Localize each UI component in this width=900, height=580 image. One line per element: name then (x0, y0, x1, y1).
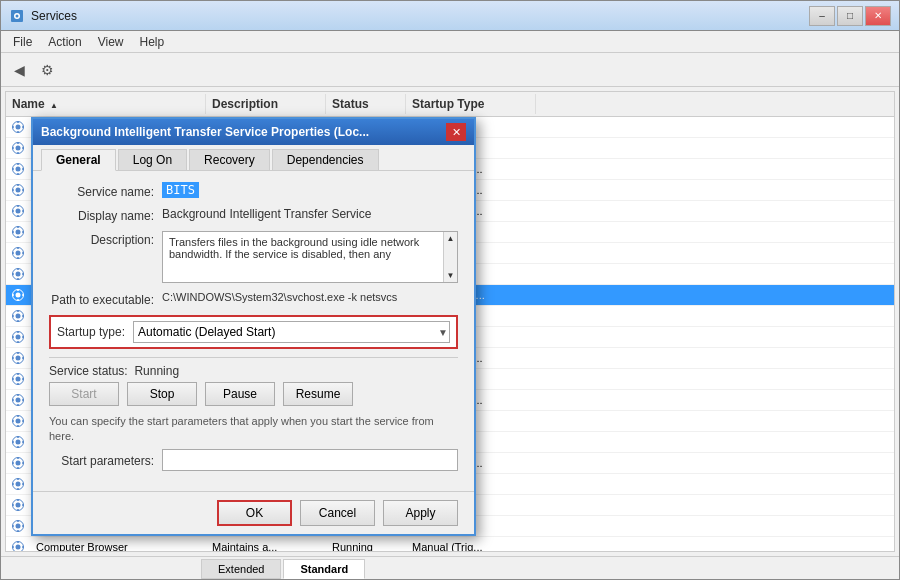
svg-rect-55 (12, 294, 14, 296)
path-row: Path to executable: C:\WINDOWS\System32\… (49, 291, 458, 307)
cancel-button[interactable]: Cancel (300, 500, 375, 526)
start-params-description: You can specify the start parameters tha… (49, 414, 458, 445)
svg-rect-20 (22, 168, 24, 170)
svg-rect-121 (12, 525, 14, 527)
back-button[interactable]: ◀ (5, 57, 33, 83)
menu-view[interactable]: View (90, 33, 132, 51)
svg-point-28 (16, 209, 21, 214)
header-status[interactable]: Status (326, 94, 406, 114)
tab-logon[interactable]: Log On (118, 149, 187, 170)
pause-button[interactable]: Pause (205, 382, 275, 406)
start-params-row: Start parameters: (49, 449, 458, 471)
svg-rect-125 (17, 541, 19, 543)
svg-rect-98 (22, 441, 24, 443)
status-section: Service status: Running Start Stop Pause… (49, 364, 458, 406)
svg-point-16 (16, 167, 21, 172)
maximize-button[interactable]: □ (837, 6, 863, 26)
svg-rect-77 (17, 373, 19, 375)
gear-button[interactable]: ⚙ (33, 57, 61, 83)
svg-rect-92 (22, 420, 24, 422)
svg-point-22 (16, 188, 21, 193)
svg-rect-30 (17, 215, 19, 217)
description-value: Transfers files in the background using … (169, 236, 419, 260)
stop-button[interactable]: Stop (127, 382, 197, 406)
svg-rect-43 (12, 252, 14, 254)
minimize-button[interactable]: – (809, 6, 835, 26)
properties-dialog: Background Intelligent Transfer Service … (31, 117, 476, 536)
service-icon (10, 287, 26, 303)
svg-rect-60 (17, 320, 19, 322)
svg-rect-73 (12, 357, 14, 359)
close-button[interactable]: ✕ (865, 6, 891, 26)
svg-point-88 (16, 419, 21, 424)
header-startup[interactable]: Startup Type (406, 94, 536, 114)
resume-button[interactable]: Resume (283, 382, 353, 406)
tab-extended[interactable]: Extended (201, 559, 281, 579)
dialog-close-button[interactable]: ✕ (446, 123, 466, 141)
svg-rect-24 (17, 194, 19, 196)
menu-action[interactable]: Action (40, 33, 89, 51)
svg-rect-79 (12, 378, 14, 380)
apply-button[interactable]: Apply (383, 500, 458, 526)
service-row[interactable]: Computer BrowserMaintains a...RunningMan… (6, 537, 894, 551)
menu-file[interactable]: File (5, 33, 40, 51)
header-description[interactable]: Description (206, 94, 326, 114)
service-name-text: Computer Browser (30, 539, 202, 551)
svg-point-118 (16, 524, 21, 529)
service-icon (10, 455, 26, 471)
service-icon (10, 539, 26, 551)
svg-rect-61 (12, 315, 14, 317)
service-icon (10, 434, 26, 450)
svg-rect-13 (12, 147, 14, 149)
service-icon (10, 119, 26, 135)
tab-general[interactable]: General (41, 149, 116, 171)
svg-point-2 (16, 14, 19, 17)
status-value: Running (134, 364, 179, 378)
svg-rect-90 (17, 425, 19, 427)
svg-point-34 (16, 230, 21, 235)
svg-point-100 (16, 461, 21, 466)
svg-point-4 (16, 125, 21, 130)
start-button[interactable]: Start (49, 382, 119, 406)
svg-rect-26 (22, 189, 24, 191)
startup-type-select[interactable]: Automatic (Delayed Start)AutomaticManual… (133, 321, 450, 343)
tab-standard[interactable]: Standard (283, 559, 365, 579)
svg-rect-71 (17, 352, 19, 354)
status-label: Service status: Running (49, 364, 458, 378)
svg-rect-119 (17, 520, 19, 522)
svg-rect-29 (17, 205, 19, 207)
svg-point-40 (16, 251, 21, 256)
description-scrollbar[interactable]: ▲ ▼ (443, 232, 457, 282)
start-params-label: Start parameters: (49, 452, 154, 468)
title-bar: Services – □ ✕ (1, 1, 899, 31)
svg-rect-11 (17, 142, 19, 144)
service-icon (10, 308, 26, 324)
description-row: Description: Transfers files in the back… (49, 231, 458, 283)
svg-rect-41 (17, 247, 19, 249)
service-status-cell: Running (326, 539, 406, 551)
content-area: Name ▲ Description Status Startup Type A… (1, 87, 899, 556)
svg-point-10 (16, 146, 21, 151)
header-name[interactable]: Name ▲ (6, 94, 206, 114)
tab-recovery[interactable]: Recovery (189, 149, 270, 170)
svg-rect-66 (17, 341, 19, 343)
dialog-content: Service name: BITS Display name: Backgro… (33, 171, 474, 491)
dialog-footer: OK Cancel Apply (33, 491, 474, 534)
app-icon (9, 8, 25, 24)
ok-button[interactable]: OK (217, 500, 292, 526)
svg-rect-110 (22, 483, 24, 485)
svg-rect-67 (12, 336, 14, 338)
bottom-tabs: Extended Standard (1, 556, 899, 579)
svg-rect-25 (12, 189, 14, 191)
svg-rect-80 (22, 378, 24, 380)
service-icon (10, 413, 26, 429)
start-params-input[interactable] (162, 449, 458, 471)
display-name-label: Display name: (49, 207, 154, 223)
svg-rect-62 (22, 315, 24, 317)
svg-rect-37 (12, 231, 14, 233)
service-name-label: Service name: (49, 183, 154, 199)
tab-dependencies[interactable]: Dependencies (272, 149, 379, 170)
svg-rect-32 (22, 210, 24, 212)
menu-help[interactable]: Help (132, 33, 173, 51)
svg-rect-19 (12, 168, 14, 170)
